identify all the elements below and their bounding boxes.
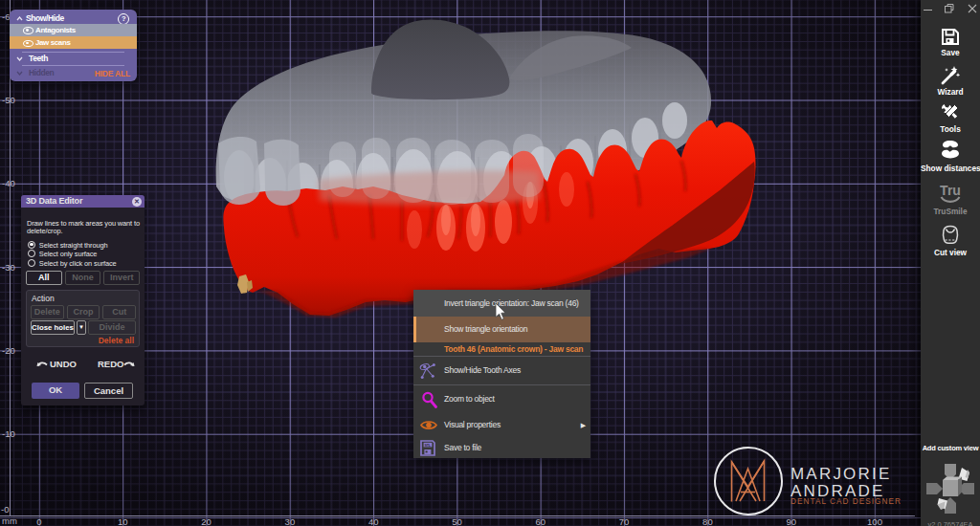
svg-text:STL: STL [424,444,431,448]
svg-text:70: 70 [619,516,630,526]
svg-text:10: 10 [118,516,128,526]
svg-text:-20: -20 [2,345,15,356]
svg-text:0: 0 [36,516,41,526]
svg-text:-0: -0 [1,504,9,515]
svg-text:-10: -10 [2,428,15,439]
svg-text:DENTAL CAD DESIGNER: DENTAL CAD DESIGNER [791,497,902,506]
svg-text:30: 30 [285,516,296,526]
svg-text:-40: -40 [2,178,15,188]
svg-text:20: 20 [201,516,212,526]
svg-text:100: 100 [867,516,882,526]
svg-text:90: 90 [786,516,796,526]
svg-text:-30: -30 [2,262,15,273]
svg-text:40: 40 [368,516,379,526]
svg-text:80: 80 [702,516,713,526]
svg-text:-50: -50 [2,95,15,105]
svg-text:60: 60 [536,516,546,526]
svg-text:50: 50 [452,516,462,526]
svg-text:MARJORIE: MARJORIE [791,465,891,483]
svg-text:mm: mm [2,515,17,526]
